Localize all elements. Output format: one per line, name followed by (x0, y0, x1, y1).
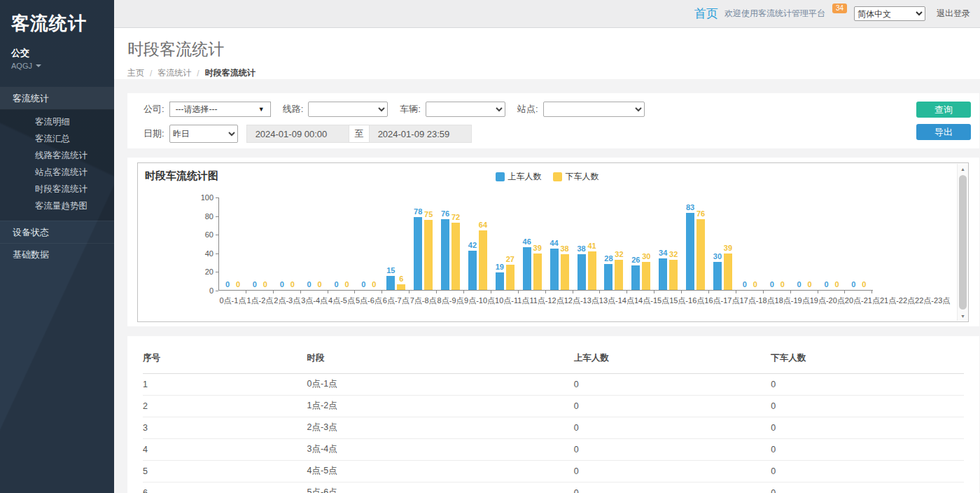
sidebar-submenu-item[interactable]: 时段客流统计 (0, 181, 114, 197)
x-axis-label: 12点-13点 (564, 296, 599, 306)
sidebar-submenu-item[interactable]: 客流明细 (0, 113, 114, 130)
y-axis-tick-label: 80 (205, 213, 218, 221)
table-cell: 0 (771, 439, 964, 461)
breadcrumb: 主页 / 客流统计 / 时段客流统计 (127, 67, 980, 79)
chart-value-label: 41 (587, 242, 596, 250)
chart-value-label: 0 (743, 281, 747, 289)
language-select[interactable]: 简体中文 (854, 6, 925, 21)
app-window: 客流统计 公交 AQGJ 客流统计 客流明细客流汇总线路客流统计站点客流统计时段… (0, 0, 980, 493)
chart-bar-group: 00 (301, 197, 328, 290)
chart-bar: 64 (479, 230, 487, 290)
breadcrumb-home[interactable]: 主页 (127, 67, 144, 79)
chart-value-label: 0 (361, 281, 365, 289)
x-axis-label: 2点-3点 (274, 296, 301, 306)
sidebar: 客流统计 公交 AQGJ 客流统计 客流明细客流汇总线路客流统计站点客流统计时段… (0, 0, 114, 493)
x-axis-tick (410, 291, 437, 293)
x-axis-tick (546, 291, 573, 293)
hourly-stats-table: 序号时段上车人数下车人数 10点-1点0021点-2点0032点-3点0043点… (143, 346, 964, 493)
x-axis-label: 13点-14点 (599, 296, 634, 306)
x-axis-label: 16点-17点 (704, 296, 739, 306)
logout-link[interactable]: 退出登录 (937, 8, 970, 20)
x-axis-tick (709, 291, 736, 293)
chart-value-label: 0 (236, 281, 240, 289)
chart-x-ticks (219, 291, 874, 293)
chart-bar-group: 4438 (546, 197, 573, 290)
table-cell: 0 (771, 396, 964, 417)
page-title: 时段客流统计 (127, 39, 980, 60)
date-to-input[interactable]: 2024-01-09 23:59 (369, 125, 472, 143)
x-axis-tick (219, 291, 246, 293)
sidebar-item-base-data[interactable]: 基础数据 (0, 243, 114, 265)
x-axis-label: 11点-12点 (529, 296, 564, 306)
table-cell: 1 (143, 374, 307, 396)
date-from-input[interactable]: 2024-01-09 00:00 (246, 125, 349, 143)
chart-bar: 38 (561, 254, 569, 290)
chart-bar: 76 (696, 219, 705, 290)
home-link[interactable]: 首页 (694, 6, 718, 22)
station-select[interactable] (543, 102, 645, 117)
chart-bar-group: 00 (219, 197, 246, 290)
export-button[interactable]: 导出 (916, 124, 971, 140)
chart-value-label: 0 (263, 281, 267, 289)
sidebar-section-passenger-stats[interactable]: 客流统计 (0, 87, 114, 110)
company-select[interactable]: ---请选择--- ▼ (169, 102, 271, 117)
chart-x-labels: 0点-1点1点-2点2点-3点3点-4点4点-5点5点-6点6点-7点7点-8点… (219, 296, 874, 306)
vehicle-select[interactable] (426, 102, 505, 117)
sidebar-submenu-item[interactable]: 客流汇总 (0, 130, 114, 147)
chart-value-label: 27 (506, 256, 514, 263)
scrollbar-thumb[interactable] (959, 175, 967, 310)
sidebar-item-device-status[interactable]: 设备状态 (0, 221, 114, 243)
date-preset-select[interactable]: 昨日 (169, 125, 238, 143)
table-cell: 0 (574, 482, 771, 493)
legend-swatch-blue (496, 172, 505, 181)
sidebar-submenu-item[interactable]: 客流量趋势图 (0, 197, 114, 214)
sidebar-menu: 客流统计 客流明细客流汇总线路客流统计站点客流统计时段客流统计客流量趋势图 设备… (0, 87, 114, 265)
notification-count-badge: 34 (832, 4, 847, 13)
chart-bar: 83 (686, 213, 694, 290)
app-brand-title[interactable]: 客流统计 (11, 11, 103, 36)
x-axis-tick (845, 291, 872, 293)
table-row: 54点-5点00 (143, 461, 964, 482)
x-axis-label: 20点-21点 (845, 296, 880, 306)
chart-value-label: 0 (753, 281, 757, 289)
table-cell: 6 (143, 482, 307, 493)
scrollbar-down-arrow-icon[interactable]: ▼ (958, 311, 968, 321)
query-button[interactable]: 查询 (916, 102, 971, 118)
chart-bar-group: 2832 (600, 197, 627, 290)
chart-value-label: 32 (669, 251, 678, 258)
x-axis-label: 4点-5点 (328, 296, 356, 306)
x-axis-label: 7点-8点 (410, 296, 437, 306)
chart-bar: 39 (724, 254, 732, 290)
x-axis-label: 22点-23点 (915, 296, 950, 306)
y-axis-tick-label: 100 (201, 194, 218, 202)
chart-bar-group: 00 (246, 197, 274, 290)
x-axis-label: 17点-18点 (739, 296, 774, 306)
table-panel: 序号时段上车人数下车人数 10点-1点0021点-2点0032点-3点0043点… (127, 336, 979, 493)
chart-bar: 30 (642, 262, 650, 290)
table-column-header: 上车人数 (574, 346, 771, 374)
table-cell: 2 (143, 396, 307, 417)
page-header: 时段客流统计 主页 / 客流统计 / 时段客流统计 (114, 28, 980, 79)
breadcrumb-passenger-stats[interactable]: 客流统计 (158, 67, 191, 79)
chart-value-label: 30 (642, 253, 650, 261)
chart-bar-group: 8376 (682, 197, 709, 290)
sidebar-submenu-item[interactable]: 站点客流统计 (0, 164, 114, 181)
x-axis-label: 6点-7点 (382, 296, 410, 306)
chart-vertical-scrollbar[interactable]: ▲ ▼ (957, 164, 968, 321)
x-axis-tick (736, 291, 764, 293)
chart-value-label: 0 (318, 281, 322, 289)
table-cell: 3点-4点 (307, 439, 574, 461)
line-select[interactable] (308, 102, 388, 117)
user-dropdown[interactable]: AQGJ (11, 62, 103, 70)
chart-value-label: 0 (280, 281, 284, 289)
line-label: 线路: (283, 103, 304, 116)
x-axis-tick (491, 291, 519, 293)
chart-bar-group: 2630 (627, 197, 654, 290)
table-cell: 0 (771, 417, 964, 439)
chart-value-label: 19 (496, 263, 504, 271)
scrollbar-up-arrow-icon[interactable]: ▲ (958, 164, 968, 174)
chart-bar: 28 (604, 264, 612, 290)
chart-value-label: 28 (604, 255, 612, 263)
sidebar-submenu-item[interactable]: 线路客流统计 (0, 147, 114, 164)
table-body: 10点-1点0021点-2点0032点-3点0043点-4点0054点-5点00… (143, 374, 964, 493)
